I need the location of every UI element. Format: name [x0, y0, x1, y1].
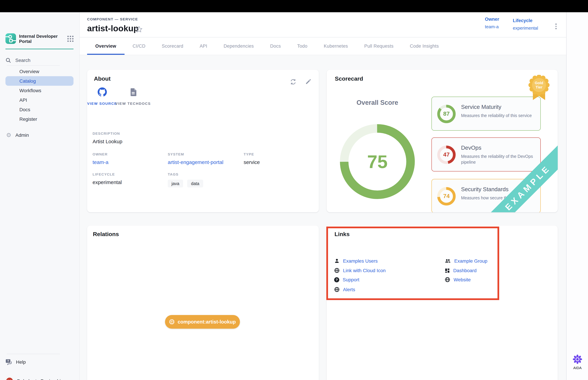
sidebar-nav: Overview Catalog Workflows API Docs Regi… — [5, 67, 74, 124]
tier-card-service-maturity[interactable]: 87 Service Maturity Measures the reliabi… — [432, 97, 541, 131]
owner-value[interactable]: team-a — [485, 24, 499, 29]
search-label: Search — [15, 57, 30, 63]
tier-description: Measures the reliability of this service — [461, 113, 535, 119]
lifecycle-value: experimental — [513, 25, 538, 31]
security-standards-gauge: 74 — [437, 187, 456, 206]
sidebar-item-overview[interactable]: Overview — [5, 67, 74, 76]
tier-name: Security Standards — [461, 186, 509, 192]
app-logo-row[interactable]: Internal Developer Portal — [5, 33, 74, 44]
link-alerts[interactable]: Alerts — [334, 286, 355, 293]
view-techdocs-label: VIEW TECHDOCS — [113, 100, 153, 107]
tab-code-insights[interactable]: Code Insights — [402, 38, 447, 55]
entity-tabs: Overview CI/CD Scorecard API Dependencie… — [80, 38, 566, 55]
help-chat-icon: ? — [5, 359, 12, 365]
kebab-menu-icon[interactable] — [553, 22, 559, 30]
app-root: Internal Developer Portal Search Overvie… — [0, 0, 588, 380]
apps-grid-icon[interactable] — [67, 36, 74, 42]
description-value: Artist Lookup — [93, 138, 122, 144]
service-maturity-gauge: 87 — [437, 105, 456, 123]
tab-pull-requests[interactable]: Pull Requests — [356, 38, 402, 55]
aida-assistant-button[interactable]: AIDA — [567, 354, 588, 370]
right-rail: AIDA — [566, 12, 588, 380]
tab-overview[interactable]: Overview — [87, 38, 124, 55]
link-with-cloud-icon[interactable]: Link with Cloud Icon — [334, 267, 386, 274]
favorite-star-icon[interactable] — [135, 26, 143, 33]
help-label: Help — [16, 359, 26, 365]
header-owner[interactable]: Owner team-a — [485, 17, 499, 29]
tab-scorecard[interactable]: Scorecard — [154, 38, 191, 55]
type-field-label: TYPE — [244, 152, 260, 156]
sidebar-divider — [7, 65, 60, 66]
relation-node-label: component:artist-lookup — [178, 319, 236, 324]
type-field-value: service — [244, 159, 260, 165]
sidebar-help[interactable]: ? Help — [5, 358, 74, 366]
service-maturity-score: 87 — [437, 105, 456, 123]
user-menu[interactable]: DP Debabrata Panigrahi — [5, 376, 77, 380]
tier-name: DevOps — [461, 145, 481, 151]
sidebar-item-docs[interactable]: Docs — [5, 105, 74, 114]
sidebar-bottom-divider — [7, 354, 60, 354]
document-icon — [129, 88, 137, 97]
chip-icon — [169, 319, 174, 324]
system-field-label: SYSTEM — [168, 152, 223, 156]
svg-text:Gold: Gold — [535, 81, 543, 85]
link-example-group[interactable]: Example Group — [445, 258, 487, 264]
sidebar-search[interactable]: Search — [5, 56, 74, 65]
sidebar-item-workflows[interactable]: Workflows — [5, 86, 74, 95]
about-title: About — [94, 76, 111, 82]
gold-tier-badge: Gold Tier — [528, 75, 550, 101]
admin-label: Admin — [16, 132, 29, 138]
app-title: Internal Developer Portal — [19, 34, 59, 44]
tab-docs[interactable]: Docs — [262, 38, 289, 55]
sidebar-item-api[interactable]: API — [5, 95, 74, 105]
header-lifecycle: Lifecycle experimental — [513, 18, 538, 31]
overall-score-label: Overall Score — [343, 99, 411, 107]
tag-chip[interactable]: java — [168, 180, 183, 188]
owner-field-value[interactable]: team-a — [93, 159, 108, 165]
sidebar-item-register[interactable]: Register — [5, 114, 74, 124]
link-website[interactable]: Website — [445, 276, 471, 283]
tab-dependencies[interactable]: Dependencies — [215, 38, 262, 55]
overall-score-gauge: 75 — [340, 124, 415, 199]
link-examples-users[interactable]: Examples Users — [334, 258, 378, 264]
refresh-icon[interactable] — [290, 78, 296, 85]
gear-icon: ⚙ — [6, 132, 11, 138]
sidebar-item-catalog[interactable]: Catalog — [5, 76, 74, 86]
avatar: DP — [5, 377, 14, 380]
tab-cicd[interactable]: CI/CD — [124, 38, 154, 55]
description-label: DESCRIPTION — [93, 131, 122, 135]
view-techdocs-link[interactable]: VIEW TECHDOCS — [113, 88, 153, 107]
devops-gauge: 47 — [437, 146, 456, 164]
overall-score-value: 75 — [340, 124, 415, 199]
globe-icon — [445, 277, 450, 282]
relation-node-component[interactable]: component:artist-lookup — [165, 315, 240, 329]
devops-score: 47 — [437, 146, 456, 164]
tab-api[interactable]: API — [191, 38, 215, 55]
sidebar-item-admin[interactable]: ⚙ Admin — [5, 130, 74, 140]
scorecard-card: Scorecard Overall Score 75 87 Service Ma… — [327, 70, 558, 212]
tier-card-devops[interactable]: 47 DevOps Measures the reliability of th… — [432, 137, 541, 171]
tier-description: Measures the reliability of the DevOps p… — [461, 154, 535, 165]
tab-kubernetes[interactable]: Kubernetes — [316, 38, 356, 55]
system-field-value[interactable]: artist-engagement-portal — [168, 159, 223, 165]
link-dashboard[interactable]: Dashboard — [445, 267, 476, 274]
svg-text:?: ? — [7, 360, 9, 363]
page-title: artist-lookup — [87, 23, 139, 33]
owner-field-label: OWNER — [93, 152, 108, 156]
tag-chip[interactable]: data — [187, 180, 203, 188]
scorecard-title: Scorecard — [335, 76, 363, 82]
tab-todo[interactable]: Todo — [289, 38, 316, 55]
aida-label: AIDA — [567, 366, 588, 370]
lifecycle-field-label: LIFECYCLE — [93, 172, 122, 176]
link-support[interactable]: ? Support — [334, 276, 359, 283]
entity-header: COMPONENT — SERVICE artist-lookup Owner … — [80, 12, 566, 38]
edit-pencil-icon[interactable] — [305, 78, 311, 85]
app-logo-icon — [5, 33, 16, 44]
links-card: Links Examples Users Link with Cloud Ico… — [327, 226, 558, 380]
about-card: About VIEW SOURCE — [87, 70, 319, 212]
lifecycle-field-value: experimental — [93, 179, 122, 185]
top-black-bar — [0, 0, 588, 12]
sidebar: Internal Developer Portal Search Overvie… — [0, 12, 80, 380]
person-icon — [334, 258, 340, 264]
relations-title: Relations — [93, 231, 119, 238]
